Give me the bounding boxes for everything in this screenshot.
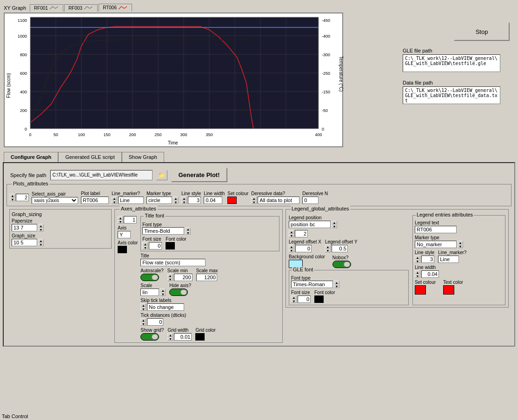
entry-line-width-down[interactable]: ▼ [415,274,420,278]
legend-offset-y-down[interactable]: ▼ [325,249,331,252]
legend-entries-down[interactable]: ▼ [289,234,294,237]
skip-tick-up[interactable]: ▲ [140,303,146,307]
tick-distances-down[interactable]: ▼ [140,322,146,326]
show-grid-toggle[interactable] [140,333,159,341]
graph-size-down[interactable]: ▼ [38,243,44,246]
legend-font-size-input[interactable] [298,295,311,303]
legend-offset-y-input[interactable] [332,245,348,252]
file-path-bar-input[interactable] [50,170,153,180]
line-style-spinner[interactable]: ▲ ▼ [181,197,187,204]
deresolve-down[interactable]: ▼ [251,200,257,204]
deresolve-up[interactable]: ▲ [251,197,257,200]
scale-spinner[interactable]: ▲ ▼ [160,289,166,296]
legend-offset-x-input[interactable] [295,245,312,252]
scale-input[interactable] [140,289,159,296]
font-type-up-axes[interactable]: ▲ [185,227,191,231]
scale-up[interactable]: ▲ [160,289,166,292]
legend-font-color-swatch[interactable] [314,295,324,303]
plots-spinner-up[interactable]: ▲ [10,194,15,197]
papersize-down[interactable]: ▼ [38,228,44,231]
deresolve-spinner[interactable]: ▲ ▼ [251,197,257,204]
scale-min-down[interactable]: ▼ [167,277,173,281]
line-style-up[interactable]: ▲ [181,197,187,200]
generate-plot-button[interactable]: Generate Plot! [171,168,227,182]
scale-min-spinner[interactable]: ▲ ▼ [167,274,173,281]
entry-line-width-input[interactable] [421,270,439,278]
papersize-up[interactable]: ▲ [38,224,44,228]
font-size-spinner-axes[interactable]: ▲ ▼ [142,242,148,249]
legend-text-input[interactable] [415,226,457,233]
axes-spinner-value[interactable] [124,216,137,223]
tab-show-graph[interactable]: Show Graph [122,152,164,162]
legend-font-type-down[interactable]: ▼ [334,284,339,288]
skip-tick-input[interactable] [147,303,184,311]
font-type-spinner-axes[interactable]: ▲ ▼ [185,227,191,235]
font-type-input-axes[interactable] [142,227,184,235]
legend-entries-spinner-value[interactable] [295,230,308,237]
plots-spinner-value[interactable] [16,194,29,201]
papersize-spinner[interactable]: ▲ ▼ [38,224,44,231]
stop-button[interactable]: Stop [454,22,510,41]
legend-position-up[interactable]: ▲ [332,221,337,224]
legend-font-size-up[interactable]: ▲ [291,295,297,299]
skip-tick-down[interactable]: ▼ [140,307,146,311]
folder-icon-button[interactable]: 📁 [156,170,167,180]
legend-font-size-spinner[interactable]: ▲ ▼ [291,295,297,303]
marker-type-down[interactable]: ▼ [173,200,179,204]
legend-font-type-up[interactable]: ▲ [334,281,339,284]
line-width-input[interactable] [204,197,222,204]
axes-spinner-down[interactable]: ▼ [118,220,123,223]
tab-configure-graph[interactable]: Configure Graph [4,152,58,162]
entry-line-style-up[interactable]: ▲ [415,256,420,259]
entry-text-color-swatch[interactable] [443,285,454,295]
axis-input[interactable] [118,231,131,238]
title-input-axes[interactable] [140,259,206,266]
grid-width-spinner[interactable]: ▲ ▼ [167,333,173,341]
legend-offset-y-spinner[interactable]: ▲ ▼ [325,245,331,252]
graph-size-spinner[interactable]: ▲ ▼ [38,239,44,246]
plots-spinner-arrows[interactable]: ▲ ▼ [10,194,15,201]
graph-tab-rf003[interactable]: RF003 [64,4,98,12]
set-colour-swatch[interactable] [227,197,237,204]
papersize-input[interactable] [12,224,37,231]
graph-size-input[interactable] [12,239,37,246]
tick-distances-up[interactable]: ▲ [140,318,146,322]
legend-position-input[interactable] [289,221,331,228]
font-size-up-axes[interactable]: ▲ [142,242,148,246]
entry-line-width-up[interactable]: ▲ [415,270,420,274]
grid-color-swatch[interactable] [195,333,205,341]
deresolve-n-input[interactable] [302,197,319,204]
grid-width-down[interactable]: ▼ [167,337,173,341]
marker-type-spinner[interactable]: ▲ ▼ [173,197,179,204]
line-marker-down[interactable]: ▼ [112,200,117,204]
entry-line-style-down[interactable]: ▼ [415,259,420,263]
legend-position-down[interactable]: ▼ [332,224,337,228]
grid-width-input[interactable] [174,333,192,341]
legend-offset-x-up[interactable]: ▲ [289,245,294,249]
legend-offset-x-down[interactable]: ▼ [289,249,294,252]
axes-spinner-arrows[interactable]: ▲ ▼ [118,216,123,223]
entry-marker-up[interactable]: ▲ [458,241,463,244]
legend-entries-up[interactable]: ▲ [289,230,294,234]
legend-offset-x-spinner[interactable]: ▲ ▼ [289,245,294,252]
entry-line-style-spinner[interactable]: ▲ ▼ [415,256,420,263]
grid-width-up[interactable]: ▲ [167,333,173,337]
marker-type-input[interactable] [146,197,172,204]
deresolve-input[interactable] [258,197,299,204]
entry-line-width-spinner[interactable]: ▲ ▼ [415,270,420,278]
font-size-input-axes[interactable] [149,242,162,249]
plots-spinner-down[interactable]: ▼ [10,197,15,201]
font-size-down-axes[interactable]: ▼ [142,246,148,249]
nobox-toggle[interactable] [332,261,351,268]
legend-font-size-down[interactable]: ▼ [291,299,297,303]
autoscale-toggle[interactable] [140,274,159,281]
graph-tab-rf001[interactable]: RF001 [30,4,63,12]
line-marker-spinner[interactable]: ▲ ▼ [112,197,117,204]
plot-label-input[interactable] [81,197,109,204]
graph-size-up[interactable]: ▲ [38,239,44,243]
font-type-down-axes[interactable]: ▼ [185,231,191,235]
line-marker-up[interactable]: ▲ [112,197,117,200]
marker-type-up[interactable]: ▲ [173,197,179,200]
entry-marker-spinner[interactable]: ▲ ▼ [458,241,463,248]
entry-line-marker-input[interactable] [438,256,459,263]
